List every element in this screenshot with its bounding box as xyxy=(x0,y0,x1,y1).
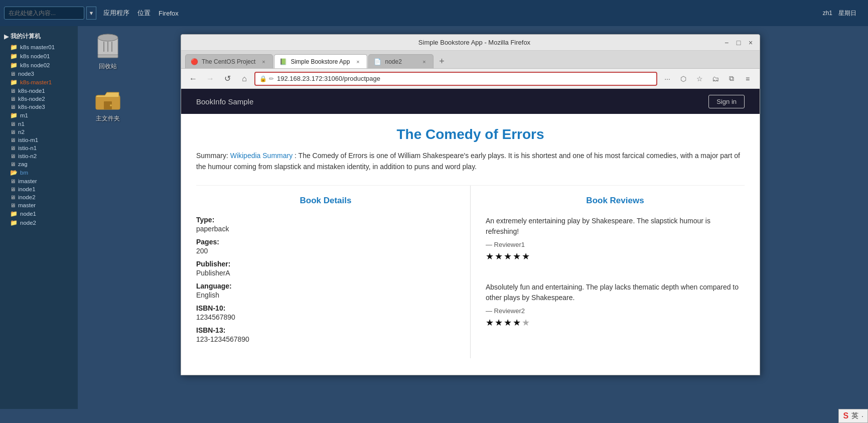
detail-isbn10-row: ISBN-10: 1234567890 xyxy=(196,304,455,321)
isbn10-value: 1234567890 xyxy=(196,313,455,321)
expand-icon: ▶ xyxy=(4,33,9,40)
reload-btn[interactable]: ↺ xyxy=(220,72,234,86)
tab-bookstore[interactable]: 📗 Simple Bookstore App × xyxy=(274,54,367,68)
book-title: The Comedy of Errors xyxy=(196,126,745,143)
review-1-stars: ★★★★★ xyxy=(486,251,745,262)
menu-item-firefox[interactable]: Firefox xyxy=(159,10,179,17)
sidebar-item-n2[interactable]: 🖥 n2 xyxy=(0,128,78,136)
sidebar-section-header[interactable]: ▶ 我的计算机 xyxy=(0,30,78,43)
type-value: paperback xyxy=(196,225,455,233)
browser-minimize-btn[interactable]: − xyxy=(722,39,731,47)
home-btn[interactable]: ⌂ xyxy=(237,72,251,86)
sidebar-label: k8s-master1 xyxy=(20,79,52,85)
menu-item-location[interactable]: 位置 xyxy=(137,9,151,18)
browser-maximize-btn[interactable]: □ xyxy=(735,39,743,47)
sidebar-item-k8s-node2[interactable]: 🖥 k8s-node2 xyxy=(0,95,78,103)
sidebar-label: k8s master01 xyxy=(20,44,55,50)
pages-label: Pages: xyxy=(196,238,455,246)
sidebar-item-k8s-master01[interactable]: 📁 k8s master01 xyxy=(0,43,78,52)
bookstore-main-content: The Comedy of Errors Summary: Wikipedia … xyxy=(181,114,760,375)
menu-item-apps[interactable]: 应用程序 xyxy=(103,9,129,18)
sidebar-item-m1[interactable]: 📁 m1 xyxy=(0,111,78,120)
sidebar-item-istio-n1[interactable]: 🖥 istio-n1 xyxy=(0,144,78,152)
svg-rect-6 xyxy=(98,55,118,58)
tab-node2-close-btn[interactable]: × xyxy=(420,58,428,66)
sidebar-item-node2[interactable]: 📁 node2 xyxy=(0,218,78,227)
centos-favicon: 🔴 xyxy=(191,58,198,65)
summary-prefix: Summary: xyxy=(196,152,228,160)
sidebar-item-k8s-master1[interactable]: 📁 k8s-master1 xyxy=(0,78,78,87)
sidebar-item-istio-n2[interactable]: 🖥 istio-n2 xyxy=(0,152,78,160)
detail-language-row: Language: English xyxy=(196,282,455,299)
sidebar-label: node3 xyxy=(18,71,34,77)
summary-link[interactable]: Wikipedia Summary xyxy=(230,152,293,160)
sidebar-item-master[interactable]: 🖥 master xyxy=(0,201,78,209)
folder-orange-icon: 📁 xyxy=(10,53,18,60)
taskbar-search-input[interactable] xyxy=(4,7,84,20)
desktop: ▶ 我的计算机 📁 k8s master01 📁 k8s node01 📁 k8… xyxy=(0,26,868,409)
browser-tab-bar: 🔴 The CentOS Project × 📗 Simple Bookstor… xyxy=(181,51,760,69)
desktop-icon-area: 回收站 主文件夹 xyxy=(78,26,138,409)
bookmark-btn[interactable]: ☆ xyxy=(692,72,706,86)
svg-point-10 xyxy=(110,104,112,106)
sidebar-label: istio-n2 xyxy=(18,153,37,159)
library-btn[interactable]: 🗂 xyxy=(708,72,722,86)
tab-view-btn[interactable]: ⧉ xyxy=(725,72,739,86)
taskbar-dropdown-btn[interactable]: ▼ xyxy=(86,7,96,20)
forward-btn[interactable]: → xyxy=(203,72,217,86)
overflow-btn[interactable]: ≡ xyxy=(741,72,755,86)
tab-centos[interactable]: 🔴 The CentOS Project × xyxy=(185,54,273,68)
sidebar-item-inode1[interactable]: 🖥 inode1 xyxy=(0,185,78,193)
back-btn[interactable]: ← xyxy=(186,72,200,86)
tab-node2[interactable]: 📄 node2 × xyxy=(368,54,433,68)
more-btn[interactable]: ··· xyxy=(660,72,674,86)
trash-desktop-icon[interactable]: 回收站 xyxy=(88,34,128,71)
trash-icon xyxy=(95,34,121,60)
sidebar-item-k8s-node02[interactable]: 📁 k8s node02 xyxy=(0,61,78,70)
sign-in-button[interactable]: Sign in xyxy=(708,95,745,108)
sidebar-label: bm xyxy=(20,170,28,176)
language-value: English xyxy=(196,291,455,299)
sidebar-item-imaster[interactable]: 🖥 imaster xyxy=(0,177,78,185)
node2-favicon: 📄 xyxy=(374,58,381,65)
sidebar-item-zag[interactable]: 🖥 zag xyxy=(0,160,78,168)
sidebar-label: imaster xyxy=(18,178,37,184)
home-folder-icon-label: 主文件夹 xyxy=(96,114,120,123)
detail-isbn13-row: ISBN-13: 123-1234567890 xyxy=(196,326,455,343)
sidebar-item-k8s-node1[interactable]: 🖥 k8s-node1 xyxy=(0,87,78,95)
ime-indicator: · xyxy=(861,412,863,420)
address-bar[interactable]: 🔒 ✏ 192.168.23.172:31060/productpage xyxy=(254,72,657,86)
home-folder-desktop-icon[interactable]: 主文件夹 xyxy=(88,86,128,123)
home-folder-icon xyxy=(95,86,121,112)
file-icon: 🖥 xyxy=(10,71,16,77)
ime-icon: S xyxy=(843,411,848,420)
browser-close-btn[interactable]: × xyxy=(747,39,755,47)
sidebar-item-node1[interactable]: 📁 node1 xyxy=(0,209,78,218)
file-icon: 🖥 xyxy=(10,161,16,167)
folder-green-icon: 📁 xyxy=(10,219,18,226)
lock-icon: 🔒 xyxy=(259,75,267,82)
new-tab-btn[interactable]: + xyxy=(435,54,449,68)
sidebar-item-node3[interactable]: 🖥 node3 xyxy=(0,70,78,78)
url-text: 192.168.23.172:31060/productpage xyxy=(277,75,652,82)
isbn13-value: 123-1234567890 xyxy=(196,335,455,343)
sidebar-item-k8s-node3[interactable]: 🖥 k8s-node3 xyxy=(0,103,78,111)
tab-centos-close-btn[interactable]: × xyxy=(259,58,267,66)
address-bar-security-icons: 🔒 ✏ xyxy=(259,75,274,82)
ime-bar[interactable]: S 英 · xyxy=(838,409,868,423)
taskbar-user: zh1 xyxy=(823,10,832,17)
book-reviews-column: Book Reviews An extremely entertaining p… xyxy=(471,186,745,358)
pocket-btn[interactable]: ⬡ xyxy=(676,72,690,86)
sidebar-item-n1[interactable]: 🖥 n1 xyxy=(0,120,78,128)
tab-bookstore-close-btn[interactable]: × xyxy=(354,58,362,66)
file-icon: 🖥 xyxy=(10,96,16,102)
sidebar-item-bm[interactable]: 📂 bm xyxy=(0,168,78,177)
file-icon: 🖥 xyxy=(10,88,16,94)
sidebar-item-inode2[interactable]: 🖥 inode2 xyxy=(0,193,78,201)
publisher-label: Publisher: xyxy=(196,260,455,268)
detail-pages-row: Pages: 200 xyxy=(196,238,455,255)
sidebar-label: inode1 xyxy=(18,186,36,192)
tab-node2-label: node2 xyxy=(385,58,401,65)
sidebar-item-istio-m1[interactable]: 🖥 istio-m1 xyxy=(0,136,78,144)
sidebar-item-k8s-node01[interactable]: 📁 k8s node01 xyxy=(0,52,78,61)
